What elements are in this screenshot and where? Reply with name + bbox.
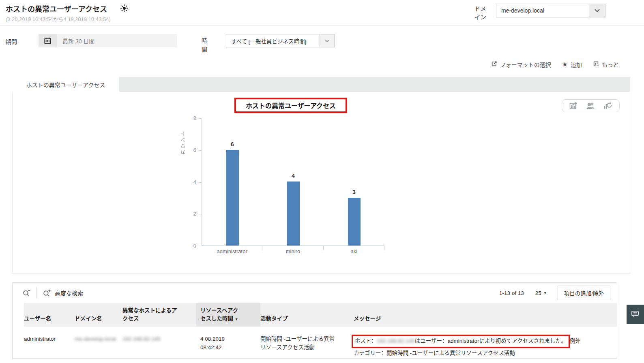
access-clock: 08:42:42 [200,343,255,352]
sort-descending-icon: ▼ [235,317,238,321]
more-label: もっと [602,60,619,68]
cell-message: ホスト：192.168.82.145はユーザー：administratorにより… [354,327,617,358]
cell-activity-type: 開始時間 -ユーザーによる異常リソースアクセス活動 [260,327,354,358]
access-date: 4 08,2019 [200,335,255,343]
redacted-message-host: 192.168.82.145 [377,337,415,345]
chat-bubble-icon [631,310,640,319]
more-button[interactable]: もっと [593,60,619,68]
format-select-button[interactable]: フォーマットの選択 [491,60,551,68]
add-favorite-button[interactable]: ★ 追加 [562,60,582,68]
bar-group: 4 [263,118,324,246]
bar-aki[interactable] [348,198,361,246]
business-hours-select[interactable]: すべて [一般社員ビジネス時間] [226,34,335,47]
y-tick-label: 2 [186,210,196,218]
cell-access-time: 4 08,2019 08:42:42 [196,327,260,358]
message-line-2: カテゴリー：開始時間 -ユーザーによる異常リソースアクセス活動 [354,349,612,357]
x-tick-label: mihiro [262,248,323,254]
advanced-search-button[interactable]: 高度な検索 [43,289,83,297]
redacted-domain-text: me-develop.local [75,335,120,343]
brightness-icon[interactable] [120,4,128,13]
y-tick-label: 0 [186,242,196,250]
period-picker[interactable]: 最新 30 日間 [39,34,177,47]
report-page: ホストの異常ユーザーアクセス (3 20,2019 10:43:54から4 19… [0,0,644,363]
cell-domain: me-develop.local [75,327,122,358]
results-table-panel: 高度な検索 1-13 of 13 25 ▼ 項目の追加/除外 ユーザー名 ドメイ… [12,282,617,359]
domain-label: ドメイン [474,5,488,22]
cell-abnormal-host: 192.168.82.145 [122,327,196,358]
bar-chart-plot: 643 [202,118,384,246]
toolbar-divider [36,287,37,299]
add-chart-icon[interactable] [569,102,578,110]
search-reset-icon[interactable] [22,289,31,297]
more-icon [593,61,599,68]
x-tick-label: administrator [202,248,262,254]
period-value: 最新 30 日間 [57,34,177,47]
y-tick-label: 6 [186,147,196,154]
bar-mihiro[interactable] [287,182,300,246]
chevron-down-icon [320,34,334,47]
pagination-range: 1-13 of 13 [499,290,524,296]
cell-username: administrator [24,327,75,358]
star-icon: ★ [562,62,568,67]
x-axis-labels: administratormihiroaki [202,248,384,254]
page-size-dropdown[interactable]: 25 ▼ [535,290,547,296]
tab-strip: ホストの異常ユーザーアクセス [12,77,630,92]
business-hours-value: すべて [一般社員ビジネス時間] [226,34,320,47]
report-date-range: (3 20,2019 10:43:54から4 19,2019 10:43:54) [6,15,111,23]
domain-select[interactable]: me-develop.local [496,4,605,17]
page-size-value: 25 [535,290,541,296]
page-title: ホストの異常ユーザーアクセス [6,3,107,14]
message-annotation-box: ホスト：192.168.82.145はユーザー：administratorにより… [352,335,570,348]
add-remove-columns-button[interactable]: 項目の追加/除外 [558,286,610,300]
message-line-1: ホスト：192.168.82.145はユーザー：administratorにより… [354,335,612,348]
table-row[interactable]: administrator me-develop.local 192.168.8… [13,327,617,358]
domain-select-value: me-develop.local [496,4,589,17]
users-view-icon[interactable] [586,102,596,110]
time-label: 時間 [202,36,208,54]
table-toolbar: 高度な検索 1-13 of 13 25 ▼ 項目の追加/除外 [13,283,617,303]
y-axis-ticks: 02468 [185,118,202,246]
bar-value-label: 3 [352,189,356,195]
column-header-resource-access-time[interactable]: リソースへアクセスした時間 ▼ [196,303,260,327]
column-header-username[interactable]: ユーザー名 [24,303,75,327]
period-label: 期間 [6,37,17,45]
refresh-chart-icon[interactable] [603,102,612,110]
chart-title-annotation-box: ホストの異常ユーザーアクセス [234,98,347,113]
calendar-icon[interactable] [39,34,57,47]
bar-value-label: 6 [231,141,234,147]
advanced-search-label: 高度な検索 [55,289,83,297]
bar-group: 3 [324,118,384,246]
table-header-row: ユーザー名 ドメイン名 異常なホストによるアクセス リソースへアクセスした時間 … [13,303,617,327]
chart-title: ホストの異常ユーザーアクセス [246,100,336,110]
add-label: 追加 [571,60,582,68]
column-header-abnormal-host-access[interactable]: 異常なホストによるアクセス [122,303,196,327]
bar-value-label: 4 [292,173,295,179]
column-header-message[interactable]: メッセージ [354,303,617,327]
column-header-activity-type[interactable]: 活動タイプ [260,303,354,327]
chevron-down-icon [589,4,605,17]
tab-host-anomalous-user-access[interactable]: ホストの異常ユーザーアクセス [12,77,119,92]
x-tick-label: aki [324,248,384,254]
header-divider [0,25,644,26]
feedback-button[interactable] [627,305,644,324]
y-tick-label: 4 [186,179,196,186]
y-tick-label: 8 [186,115,196,122]
export-icon [491,61,497,68]
format-select-label: フォーマットの選択 [500,60,551,68]
column-header-domain[interactable]: ドメイン名 [75,303,122,327]
chart-toolbar [562,99,620,112]
report-actions: フォーマットの選択 ★ 追加 もっと [491,60,619,68]
chevron-down-icon: ▼ [543,291,547,295]
bar-administrator[interactable] [226,150,239,246]
bar-group: 6 [202,118,263,246]
redacted-host-text: 192.168.82.145 [122,336,161,342]
